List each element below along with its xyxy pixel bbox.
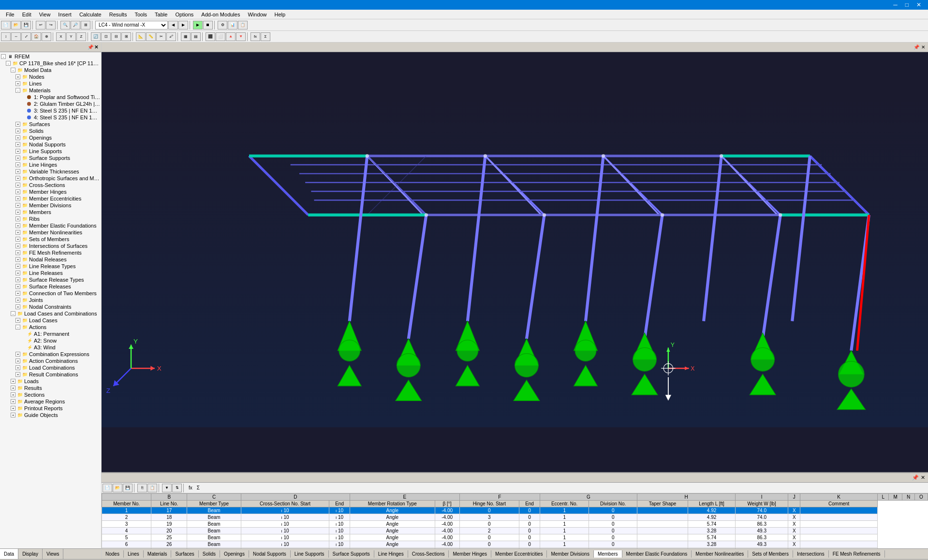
close-button[interactable]: ✕ — [913, 1, 924, 8]
bottom-tab-fe-mesh-refinements[interactable]: FE Mesh Refinements — [829, 550, 885, 558]
table-row[interactable]: 218BeamI 10I 10Angle-4.0030104.9274.0X — [102, 514, 928, 521]
tree-expand-lines[interactable]: + — [15, 81, 20, 86]
tree-expand-sections[interactable]: + — [11, 392, 15, 397]
tree-item-model-data[interactable]: -📁Model Data — [1, 67, 100, 73]
bottom-tab-member-nonlinearities[interactable]: Member Nonlinearities — [692, 550, 748, 558]
tree-expand-nodal-releases[interactable]: + — [15, 257, 20, 262]
bottom-tab-intersections[interactable]: Intersections — [793, 550, 829, 558]
menu-item-window[interactable]: Window — [244, 11, 270, 18]
table-row[interactable]: 525BeamI 10I 10Angle-4.0000105.7486.3X — [102, 534, 928, 541]
tree-expand-combo-expressions[interactable]: + — [15, 352, 20, 357]
bottom-tab-lines[interactable]: Lines — [124, 550, 144, 558]
tree-item-joints[interactable]: +📁Joints — [1, 297, 100, 303]
tree-item-nodal-supports[interactable]: +📁Nodal Supports — [1, 141, 100, 148]
viewport-close-button[interactable]: ✕ — [921, 44, 925, 50]
tree-expand-nodal-constraints[interactable]: + — [15, 304, 20, 309]
tree-expand-cross-sections[interactable]: + — [15, 183, 20, 187]
tree-item-result-combos[interactable]: +📁Result Combinations — [1, 371, 100, 378]
tree-expand-surface-supports[interactable]: + — [15, 156, 20, 160]
tree-item-rfem[interactable]: -🖥RFEM — [1, 53, 100, 60]
tree-expand-connection-two[interactable]: + — [15, 291, 20, 296]
bottom-tab-openings[interactable]: Openings — [220, 550, 249, 558]
redo-button[interactable]: ↪ — [46, 21, 56, 29]
table-sort-btn[interactable]: ⇅ — [172, 484, 182, 492]
tree-item-surface-release-types[interactable]: +📁Surface Release Types — [1, 276, 100, 283]
tree-item-action-combos[interactable]: +📁Action Combinations — [1, 358, 100, 364]
run-button[interactable]: ▶ — [193, 21, 203, 29]
tree-item-actions[interactable]: -📁Actions — [1, 324, 100, 330]
maximize-button[interactable]: □ — [902, 1, 912, 8]
bottom-tab-materials[interactable]: Materials — [144, 550, 172, 558]
tree-item-surface-supports[interactable]: +📁Surface Supports — [1, 155, 100, 161]
bottom-tab-surface-supports[interactable]: Surface Supports — [329, 550, 374, 558]
tree-expand-project[interactable]: - — [6, 61, 11, 66]
nav-pin-button[interactable]: 📌 — [88, 44, 93, 50]
tree-item-line-releases[interactable]: +📁Line Releases — [1, 270, 100, 276]
menu-item-calculate[interactable]: Calculate — [75, 11, 105, 18]
toolbar-btn-2[interactable]: 📊 — [228, 21, 237, 29]
tree-expand-average-regions[interactable]: + — [11, 399, 15, 404]
tree-item-lines[interactable]: +📁Lines — [1, 80, 100, 87]
bottom-tab-member-divisions[interactable]: Member Divisions — [547, 550, 593, 558]
tree-item-variable-thicknesses[interactable]: +📁Variable Thicknesses — [1, 168, 100, 175]
tree-expand-model-data[interactable]: - — [11, 68, 15, 72]
tb2-btn24[interactable]: Σ — [261, 32, 270, 41]
tb2-btn21[interactable]: 🔺 — [226, 32, 236, 41]
tb2-btn5[interactable]: ⊕ — [42, 32, 51, 41]
table-pin-button[interactable]: 📌 — [912, 474, 919, 481]
bottom-tab-nodal-supports[interactable]: Nodal Supports — [249, 550, 291, 558]
tree-expand-fe-mesh[interactable]: + — [15, 250, 20, 255]
tree-expand-rfem[interactable]: - — [1, 54, 6, 59]
bottom-tab-cross-sections[interactable]: Cross-Sections — [408, 550, 449, 558]
tree-expand-actions[interactable]: - — [15, 325, 20, 330]
table-row[interactable]: 420BeamI 10I 10Angle-4.0020103.2849.3X — [102, 528, 928, 534]
table-filter-btn[interactable]: ▼ — [162, 484, 172, 492]
tb2-btn4[interactable]: 🏠 — [31, 32, 41, 41]
tree-expand-printout-reports[interactable]: + — [11, 406, 15, 411]
tree-expand-line-supports[interactable]: + — [15, 149, 20, 154]
save-button[interactable]: 💾 — [21, 21, 31, 29]
tb2-btn14[interactable]: 📏 — [146, 32, 156, 41]
menu-item-file[interactable]: File — [2, 11, 18, 18]
tb2-btn3[interactable]: ⤢ — [21, 32, 31, 41]
tree-item-results[interactable]: +📁Results — [1, 385, 100, 391]
tree-item-openings[interactable]: +📁Openings — [1, 134, 100, 141]
menu-item-options[interactable]: Options — [171, 11, 197, 18]
tree-item-combo-expressions[interactable]: +📁Combination Expressions — [1, 351, 100, 358]
tree-item-mat4[interactable]: 4: Steel S 235 | NF EN 1993-1-1: — [1, 114, 100, 121]
stop-button[interactable]: ⏹ — [203, 21, 213, 29]
tree-expand-results[interactable]: + — [11, 386, 15, 390]
tree-item-a2[interactable]: ⚡A2: Snow — [1, 337, 100, 344]
tree-expand-variable-thicknesses[interactable]: + — [15, 169, 20, 174]
tb2-btn23[interactable]: fx — [250, 32, 260, 41]
tree-expand-line-hinges[interactable]: + — [15, 162, 20, 167]
tree-expand-solids[interactable]: + — [15, 129, 20, 133]
tree-item-sections[interactable]: +📁Sections — [1, 391, 100, 398]
new-button[interactable]: 📄 — [1, 21, 11, 29]
tree-item-load-cases[interactable]: -📁Load Cases and Combinations — [1, 310, 100, 317]
tb2-btn1[interactable]: ↕ — [1, 32, 11, 41]
bottom-tab-nodes[interactable]: Nodes — [102, 550, 124, 558]
load-case-combo[interactable]: LC4 - Wind normal -X — [95, 21, 168, 29]
undo-button[interactable]: ↩ — [36, 21, 45, 29]
bottom-tab-line-hinges[interactable]: Line Hinges — [374, 550, 408, 558]
tree-item-member-elastic[interactable]: +📁Member Elastic Foundations — [1, 222, 100, 229]
table-new-btn[interactable]: 📄 — [103, 484, 112, 492]
tree-item-member-hinges[interactable]: +📁Member Hinges — [1, 188, 100, 195]
tree-item-orthotropic[interactable]: +📁Orthotropic Surfaces and Membra — [1, 175, 100, 182]
table-open-btn[interactable]: 📂 — [113, 484, 122, 492]
tree-item-surfaces[interactable]: +📁Surfaces — [1, 121, 100, 128]
menu-item-results[interactable]: Results — [105, 11, 131, 18]
tree-item-intersections[interactable]: +📁Intersections of Surfaces — [1, 243, 100, 249]
3d-viewport[interactable]: X Y Z X Y — [102, 52, 928, 472]
table-save-btn[interactable]: 💾 — [123, 484, 133, 492]
tree-expand-member-elastic[interactable]: + — [15, 223, 20, 228]
tree-item-ribs[interactable]: +📁Ribs — [1, 215, 100, 222]
tree-expand-nodes[interactable]: + — [15, 74, 20, 79]
tb2-btn17[interactable]: ▦ — [181, 32, 191, 41]
tb2-btn9[interactable]: 🔄 — [91, 32, 101, 41]
tree-expand-load-cases-sub[interactable]: + — [15, 318, 20, 323]
tb2-btn19[interactable]: ⬛ — [206, 32, 215, 41]
tree-expand-line-release-types[interactable]: + — [15, 264, 20, 269]
minimize-button[interactable]: ─ — [890, 1, 900, 8]
